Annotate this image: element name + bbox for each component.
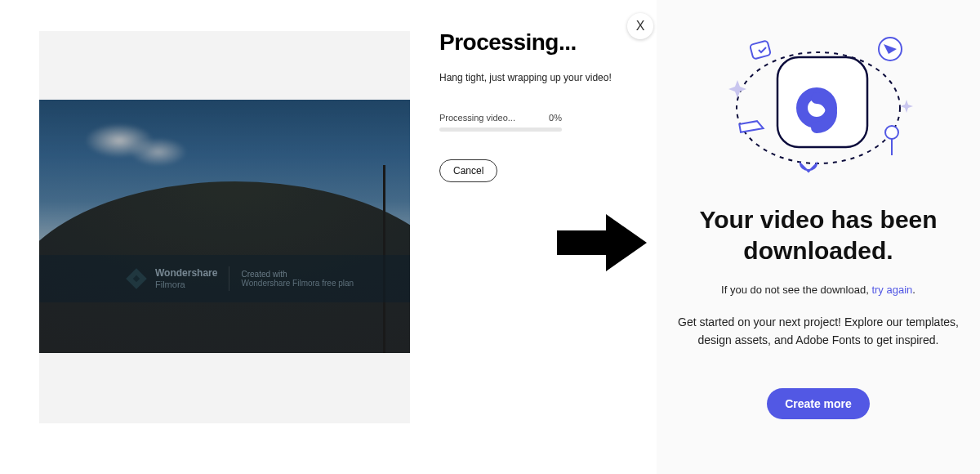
download-body-text: Get started on your next project! Explor… [678,314,959,349]
svg-rect-3 [750,40,771,59]
svg-marker-0 [557,214,647,271]
watermark-created-with: Created with [241,270,354,279]
watermark-banner: Wondershare Filmora Created with Wonders… [39,255,410,302]
download-complete-panel: Your video has been downloaded. If you d… [657,0,980,474]
watermark-brand-block: Wondershare Filmora [155,268,217,288]
create-more-button[interactable]: Create more [767,388,870,419]
processing-status-panel: Processing... Hang tight, just wrapping … [439,29,644,182]
watermark-product: Filmora [155,279,217,289]
download-complete-illustration [720,26,916,181]
progress-percent: 0% [549,113,562,123]
progress-label-row: Processing video... 0% [439,113,562,123]
cancel-button[interactable]: Cancel [439,159,497,182]
download-complete-headline: Your video has been downloaded. [678,204,959,266]
watermark-plan: Wondershare Filmora free plan [241,279,354,288]
close-icon: X [636,19,645,34]
video-thumbnail: Wondershare Filmora Created with Wonders… [39,100,410,353]
svg-point-5 [885,126,898,139]
transition-arrow-icon [557,214,647,271]
try-again-link[interactable]: try again [871,284,912,296]
download-hint: If you do not see the download, try agai… [678,284,959,296]
watermark-divider [229,266,229,291]
download-hint-suffix: . [912,284,915,296]
wondershare-logo-icon [126,268,146,288]
processing-title: Processing... [439,29,644,56]
download-hint-prefix: If you do not see the download, [721,284,871,296]
watermark-brand: Wondershare [155,268,217,279]
video-preview-panel: Wondershare Filmora Created with Wonders… [39,31,410,423]
close-button[interactable]: X [627,13,653,39]
processing-subtitle: Hang tight, just wrapping up your video! [439,72,644,83]
progress-bar [439,127,562,132]
progress-status-text: Processing video... [439,113,515,123]
watermark-plan-block: Created with Wondershare Filmora free pl… [241,270,354,288]
